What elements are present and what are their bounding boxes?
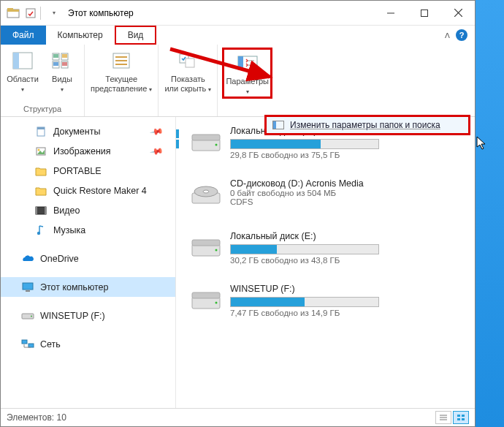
- panes-label: Области: [7, 75, 39, 83]
- ribbon-group-show-hide: Показать или скрыть ▾: [159, 45, 218, 116]
- this-pc-icon: [21, 281, 34, 294]
- svg-rect-49: [176, 140, 179, 148]
- flyout-label: Изменить параметры папок и поиска: [290, 120, 440, 130]
- minimize-button[interactable]: [374, 2, 408, 24]
- nav-qrm[interactable]: Quick Restore Maker 4: [1, 181, 175, 200]
- svg-rect-68: [462, 418, 465, 420]
- svg-rect-51: [192, 135, 220, 140]
- folder-options-icon: [272, 121, 284, 129]
- drive-c-bar: [230, 139, 379, 149]
- windows-logo-icon: [176, 127, 182, 151]
- tab-file[interactable]: Файл: [1, 26, 46, 45]
- status-count: 10: [57, 412, 66, 423]
- svg-rect-14: [53, 54, 58, 58]
- status-bar: Элементов: 10: [1, 408, 475, 426]
- options-label: Параметры: [226, 77, 269, 86]
- nav-documents-label: Документы: [53, 126, 100, 137]
- svg-rect-25: [238, 56, 243, 69]
- help-icon[interactable]: ?: [456, 29, 467, 41]
- window-controls: [374, 2, 475, 24]
- nav-videos[interactable]: Видео: [1, 200, 175, 220]
- network-icon: [21, 338, 34, 351]
- pictures-icon: [34, 145, 47, 158]
- drive-d[interactable]: CD-дисковод (D:) Acronis Media 0 байт св…: [189, 178, 470, 218]
- drive-d-name: CD-дисковод (D:) Acronis Media: [230, 178, 470, 189]
- drive-f[interactable]: WINSETUP (F:) 7,47 ГБ свободно из 14,9 Г…: [189, 284, 470, 323]
- drive-d-fs: CDFS: [230, 197, 470, 206]
- svg-rect-65: [457, 415, 460, 417]
- nav-network[interactable]: Сеть: [1, 334, 175, 354]
- nav-portable[interactable]: PORTABLE: [1, 161, 175, 181]
- pin-icon: 📌: [149, 143, 164, 158]
- qat-dropdown[interactable]: ▾: [46, 5, 62, 21]
- tab-view[interactable]: Вид: [115, 26, 157, 45]
- nav-pictures[interactable]: Изображения 📌: [1, 141, 175, 161]
- svg-point-37: [37, 231, 40, 234]
- explorer-body: Документы 📌 Изображения 📌 PORTABLE Quick…: [1, 117, 475, 408]
- svg-rect-38: [23, 283, 33, 290]
- details-view-button[interactable]: [435, 411, 451, 424]
- current-view-button[interactable]: Текущее представление ▾: [89, 48, 153, 94]
- music-icon: [34, 224, 47, 237]
- chevron-down-icon: ▾: [21, 86, 24, 93]
- panes-button[interactable]: Области▾: [5, 48, 40, 94]
- drive-d-sub: 0 байт свободно из 504 МБ: [230, 189, 470, 197]
- svg-rect-9: [13, 53, 19, 69]
- nav-this-pc-label: Этот компьютер: [40, 282, 108, 292]
- videos-icon: [34, 204, 47, 217]
- minimize-ribbon-button[interactable]: ᐱ: [445, 31, 450, 39]
- ribbon-group-current-view: Текущее представление ▾: [85, 45, 159, 116]
- nav-this-pc[interactable]: Этот компьютер: [1, 277, 175, 297]
- svg-point-33: [38, 148, 40, 151]
- svg-rect-67: [457, 418, 460, 420]
- onedrive-icon: [21, 252, 34, 265]
- qat-separator: [40, 7, 45, 20]
- maximize-button[interactable]: [408, 2, 441, 24]
- views-button[interactable]: Виды▾: [45, 48, 80, 94]
- nav-winsetup[interactable]: WINSETUP (F:): [1, 306, 175, 325]
- ribbon-view: Области▾ Виды▾ Структура Текущее предста…: [1, 45, 475, 117]
- options-button[interactable]: Параметры▾: [222, 48, 272, 99]
- svg-point-41: [31, 315, 32, 317]
- folder-icon: [34, 165, 47, 178]
- views-label: Виды: [52, 75, 72, 83]
- explorer-icon: [5, 5, 21, 21]
- svg-point-52: [215, 144, 218, 146]
- nav-onedrive[interactable]: OneDrive: [1, 249, 175, 268]
- svg-rect-16: [53, 62, 58, 66]
- drive-f-bar: [230, 297, 379, 307]
- navigation-pane[interactable]: Документы 📌 Изображения 📌 PORTABLE Quick…: [1, 117, 176, 408]
- options-flyout-item[interactable]: Изменить параметры папок и поиска: [264, 115, 470, 135]
- svg-rect-3: [26, 9, 35, 18]
- current-view-icon: [110, 49, 133, 72]
- svg-rect-57: [192, 240, 220, 246]
- nav-music-label: Музыка: [53, 225, 85, 235]
- desktop-background: [476, 0, 504, 427]
- svg-rect-15: [62, 54, 67, 58]
- drive-e-name: Локальный диск (E:): [230, 231, 470, 241]
- hdd-icon: [189, 287, 223, 317]
- close-button[interactable]: [441, 2, 475, 24]
- explorer-window: ▾ Этот компьютер Файл Компьютер Вид ᐱ ?: [0, 0, 476, 427]
- svg-rect-30: [37, 127, 45, 129]
- properties-icon[interactable]: [23, 5, 39, 21]
- nav-winsetup-label: WINSETUP (F:): [40, 311, 105, 321]
- pin-icon: 📌: [149, 124, 164, 138]
- nav-documents[interactable]: Документы 📌: [1, 121, 175, 141]
- svg-point-58: [215, 249, 218, 252]
- show-hide-label: Показать или скрыть: [164, 75, 206, 93]
- icons-view-button[interactable]: [453, 411, 469, 424]
- content-pane[interactable]: Локальный диск (C:) 29,8 ГБ свободно из …: [176, 117, 475, 408]
- svg-rect-35: [36, 207, 37, 214]
- show-hide-button[interactable]: Показать или скрыть ▾: [163, 48, 213, 94]
- drive-icon: [21, 309, 34, 322]
- svg-rect-2: [7, 8, 13, 10]
- folder-icon: [34, 184, 47, 197]
- drive-e[interactable]: Локальный диск (E:) 30,2 ГБ свободно из …: [189, 231, 470, 271]
- chevron-down-icon: ▾: [246, 88, 249, 95]
- nav-music[interactable]: Музыка: [1, 220, 175, 240]
- tab-computer[interactable]: Компьютер: [46, 26, 115, 45]
- nav-onedrive-label: OneDrive: [40, 254, 79, 264]
- svg-point-55: [203, 190, 209, 193]
- ribbon-tabs: Файл Компьютер Вид ᐱ ?: [1, 26, 475, 45]
